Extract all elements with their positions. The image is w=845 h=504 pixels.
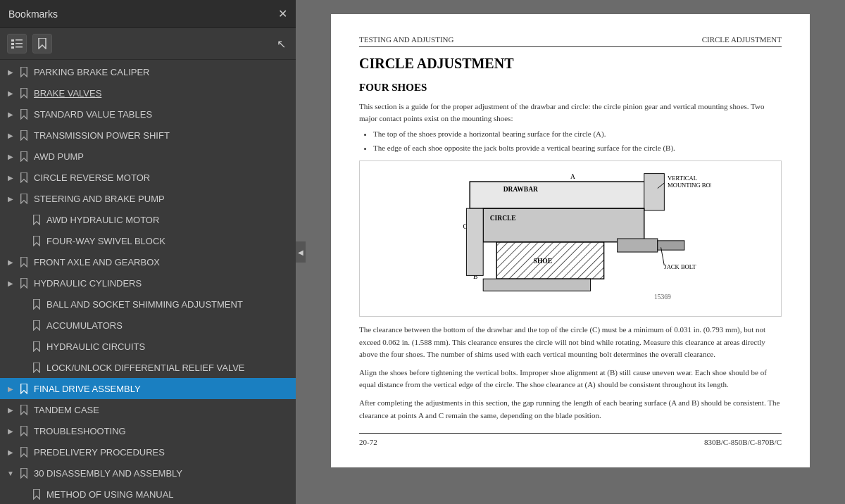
bookmark-item-ball-socket[interactable]: BALL AND SOCKET SHIMMING ADJUSTMENT [0,294,296,315]
bullet-list: The top of the shoes provide a horizonta… [373,128,782,153]
bookmark-item-hydraulic-cylinders[interactable]: ▶ HYDRAULIC CYLINDERS [0,272,296,294]
bookmark-icon [18,194,30,204]
bookmark-icon [31,320,42,331]
svg-text:VERTICAL: VERTICAL [668,175,697,182]
expand-icon[interactable]: ▶ [4,385,17,393]
bookmark-item-troubleshooting[interactable]: ▶ TROUBLESHOOTING [0,420,296,441]
svg-text:JACK BOLT: JACK BOLT [664,263,696,270]
bookmark-item-awd-pump[interactable]: ▶ AWD PUMP [0,146,296,167]
bookmark-view-button[interactable] [32,34,52,53]
bookmark-item-predelivery[interactable]: ▶ PREDELIVERY PROCEDURES [0,441,296,462]
svg-rect-2 [11,43,14,45]
bookmark-item-hydraulic-circuits[interactable]: HYDRAULIC CIRCUITS [0,336,296,357]
section-title: FOUR SHOES [359,82,782,94]
bookmark-icon [31,489,42,500]
bookmark-label: FRONT AXLE AND GEARBOX [34,257,290,267]
bookmark-icon [31,215,42,225]
bookmark-icon [18,172,30,183]
section-header-left: TESTING AND ADJUSTING [359,35,453,44]
page-footer: 20-72 830B/C-850B/C-870B/C [359,433,782,446]
expand-icon[interactable]: ▶ [4,258,17,266]
bookmark-item-transmission[interactable]: ▶ TRANSMISSION POWER SHIFT [0,125,296,146]
bookmark-item-brake-valves[interactable]: ▶ BRAKE VALVES [0,82,296,103]
bookmark-label: TROUBLESHOOTING [34,426,290,436]
expand-icon[interactable]: ▶ [4,68,17,76]
intro-text: This section is a guide for the proper a… [359,101,782,124]
bookmark-item-circle-reverse[interactable]: ▶ CIRCLE REVERSE MOTOR [0,167,296,188]
svg-rect-18 [618,239,658,252]
svg-rect-25 [483,279,590,291]
svg-rect-0 [11,39,14,42]
svg-text:A: A [570,173,575,180]
collapse-panel-arrow[interactable]: ◀ [296,241,306,263]
bookmarks-header: Bookmarks ✕ [0,0,296,28]
diagram-svg: DRAWBAR A VERTICAL MOUNTING BOLT CIRCLE … [430,168,711,309]
bookmarks-title: Bookmarks [8,8,58,20]
bookmark-icon [31,341,42,352]
svg-text:SHOE: SHOE [534,258,552,265]
svg-rect-9 [644,174,665,210]
expand-icon[interactable]: ▼ [4,470,17,477]
bookmark-item-standard-value[interactable]: ▶ STANDARD VALUE TABLES [0,103,296,125]
bookmark-label: PREDELIVERY PROCEDURES [34,447,290,458]
diagram-container: DRAWBAR A VERTICAL MOUNTING BOLT CIRCLE … [359,160,782,317]
expand-icon[interactable]: ▶ [4,406,17,414]
svg-text:DRAWBAR: DRAWBAR [503,186,538,193]
expand-icon[interactable]: ▶ [4,195,17,203]
body-text-1: The clearance between the bottom of the … [359,324,782,361]
bookmark-item-accumulators[interactable]: ACCUMULATORS [0,315,296,336]
bookmark-label: METHOD OF USING MANUAL [46,489,290,500]
bookmark-label: STEERING AND BRAKE PUMP [34,194,290,204]
document-title: CIRCLE ADJUSTMENT [359,56,782,72]
close-button[interactable]: ✕ [278,7,287,20]
list-view-button[interactable] [7,34,27,53]
bookmark-icon [18,278,30,289]
bookmark-item-four-way[interactable]: FOUR-WAY SWIVEL BLOCK [0,230,296,251]
bookmark-label: FOUR-WAY SWIVEL BLOCK [46,236,290,246]
bookmark-item-awd-hydraulic[interactable]: AWD HYDRAULIC MOTOR [0,209,296,230]
bookmarks-panel: Bookmarks ✕ ↖ ▶ PAR [0,0,296,504]
bookmark-item-final-drive[interactable]: ▶ FINAL DRIVE ASSEMBLY [0,378,296,399]
bullet-item: The edge of each shoe opposite the jack … [373,142,782,154]
bookmark-icon [18,257,30,267]
expand-icon[interactable]: ▶ [4,174,17,182]
bookmark-item-parking-brake[interactable]: ▶ PARKING BRAKE CALIPER [0,61,296,82]
bookmark-icon [18,109,30,120]
bookmark-icon [31,299,42,310]
expand-icon[interactable]: ▶ [4,89,17,97]
bookmark-icon [18,426,30,436]
svg-text:CIRCLE: CIRCLE [490,215,516,222]
bookmark-item-front-axle[interactable]: ▶ FRONT AXLE AND GEARBOX [0,251,296,272]
svg-rect-24 [466,208,483,275]
content-panel: TESTING AND ADJUSTING CIRCLE ADJUSTMENT … [296,0,845,504]
expand-icon[interactable]: ▶ [4,153,17,160]
bookmark-icon [31,363,42,373]
bookmark-item-lock-unlock[interactable]: LOCK/UNLOCK DIFFERENTIAL RELIEF VALVE [0,357,296,378]
bookmark-label: 30 DISASSEMBLY AND ASSEMBLY [34,468,290,479]
bookmark-item-method-manual[interactable]: METHOD OF USING MANUAL [0,484,296,504]
bookmark-label: PARKING BRAKE CALIPER [34,67,290,77]
bookmark-item-steering-brake[interactable]: ▶ STEERING AND BRAKE PUMP [0,188,296,209]
expand-icon[interactable]: ▶ [4,279,17,287]
expand-icon[interactable]: ▶ [4,427,17,435]
bookmark-list[interactable]: ▶ PARKING BRAKE CALIPER▶ BRAKE VALVES▶ S… [0,60,296,504]
bookmark-label: STANDARD VALUE TABLES [34,109,290,120]
bookmark-label: BRAKE VALVES [34,88,290,99]
page-header: TESTING AND ADJUSTING CIRCLE ADJUSTMENT [359,35,782,47]
expand-icon[interactable]: ▶ [4,448,17,456]
svg-rect-19 [658,241,684,250]
svg-rect-6 [470,182,658,208]
body-text-3: After completing the adjustments in this… [359,397,782,422]
expand-icon[interactable]: ▶ [4,111,17,118]
bookmark-item-disassembly[interactable]: ▼ 30 DISASSEMBLY AND ASSEMBLY [0,462,296,484]
bookmark-label: HYDRAULIC CIRCUITS [46,341,290,352]
expand-icon[interactable]: ▶ [4,132,17,139]
document-code: 830B/C-850B/C-870B/C [704,438,782,446]
bookmark-icon [18,130,30,141]
bookmark-item-tandem-case[interactable]: ▶ TANDEM CASE [0,399,296,420]
svg-rect-4 [11,46,14,49]
bookmark-label: AWD HYDRAULIC MOTOR [46,215,290,225]
bookmark-icon [31,236,42,246]
bookmark-icon [18,67,30,77]
svg-rect-5 [15,46,23,48]
